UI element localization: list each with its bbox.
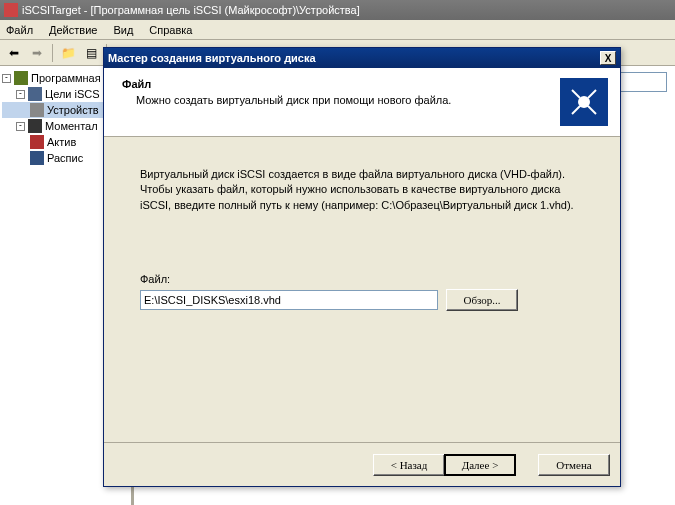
browse-button[interactable]: Обзор... xyxy=(446,289,518,311)
devices-icon xyxy=(30,103,44,117)
wizard-header-subtitle: Можно создать виртуальный диск при помощ… xyxy=(116,94,560,106)
wizard-title: Мастер создания виртуального диска xyxy=(108,52,600,64)
menubar: Файл Действие Вид Справка xyxy=(0,20,675,40)
toolbar-folder-icon[interactable]: 📁 xyxy=(58,43,78,63)
file-path-input[interactable] xyxy=(140,290,438,310)
back-button[interactable]: < Назад xyxy=(373,454,445,476)
next-button[interactable]: Далее > xyxy=(444,454,516,476)
targets-icon xyxy=(28,87,42,101)
disk-satellite-icon xyxy=(566,84,602,120)
tree-active-label: Актив xyxy=(47,136,76,148)
svg-line-2 xyxy=(588,90,596,98)
tree-targets-label: Цели iSCS xyxy=(45,88,100,100)
schedule-icon xyxy=(30,151,44,165)
main-window-titlebar: iSCSITarget - [Программная цель iSCSI (М… xyxy=(0,0,675,20)
menu-view[interactable]: Вид xyxy=(113,24,133,36)
app-icon xyxy=(4,3,18,17)
snapshots-icon xyxy=(28,119,42,133)
wizard-body: Виртуальный диск iSCSI создается в виде … xyxy=(104,137,620,442)
tree-devices-label: Устройств xyxy=(47,104,99,116)
main-window-title: iSCSITarget - [Программная цель iSCSI (М… xyxy=(22,4,360,16)
wizard-titlebar[interactable]: Мастер создания виртуального диска X xyxy=(104,48,620,68)
wizard-header: Файл Можно создать виртуальный диск при … xyxy=(104,68,620,137)
tree-schedule-label: Распис xyxy=(47,152,83,164)
tree-collapse-icon[interactable]: - xyxy=(16,90,25,99)
toolbar-separator xyxy=(52,44,53,62)
nav-button-group: < Назад Далее > xyxy=(373,454,516,476)
tree-snapshots-label: Моментал xyxy=(45,120,98,132)
iscsi-root-icon xyxy=(14,71,28,85)
toolbar-list-icon[interactable]: ▤ xyxy=(81,43,101,63)
tree-collapse-icon[interactable]: - xyxy=(16,122,25,131)
active-icon xyxy=(30,135,44,149)
tree-collapse-icon[interactable]: - xyxy=(2,74,11,83)
menu-file[interactable]: Файл xyxy=(6,24,33,36)
close-button[interactable]: X xyxy=(600,51,616,65)
svg-line-4 xyxy=(588,106,596,114)
toolbar-back-icon[interactable]: ⬅ xyxy=(4,43,24,63)
toolbar-forward-icon: ➡ xyxy=(27,43,47,63)
svg-line-3 xyxy=(572,106,580,114)
wizard-footer: < Назад Далее > Отмена xyxy=(104,442,620,486)
wizard-header-icon xyxy=(560,78,608,126)
menu-help[interactable]: Справка xyxy=(149,24,192,36)
wizard-header-text: Файл Можно создать виртуальный диск при … xyxy=(116,78,560,126)
tree-root-label: Программная xyxy=(31,72,101,84)
cancel-button[interactable]: Отмена xyxy=(538,454,610,476)
wizard-description: Виртуальный диск iSCSI создается в виде … xyxy=(140,167,584,213)
menu-action[interactable]: Действие xyxy=(49,24,97,36)
wizard-header-title: Файл xyxy=(116,78,560,90)
file-field-row: Обзор... xyxy=(140,289,584,311)
svg-line-1 xyxy=(572,90,580,98)
file-label: Файл: xyxy=(140,273,584,285)
wizard-dialog: Мастер создания виртуального диска X Фай… xyxy=(103,47,621,487)
